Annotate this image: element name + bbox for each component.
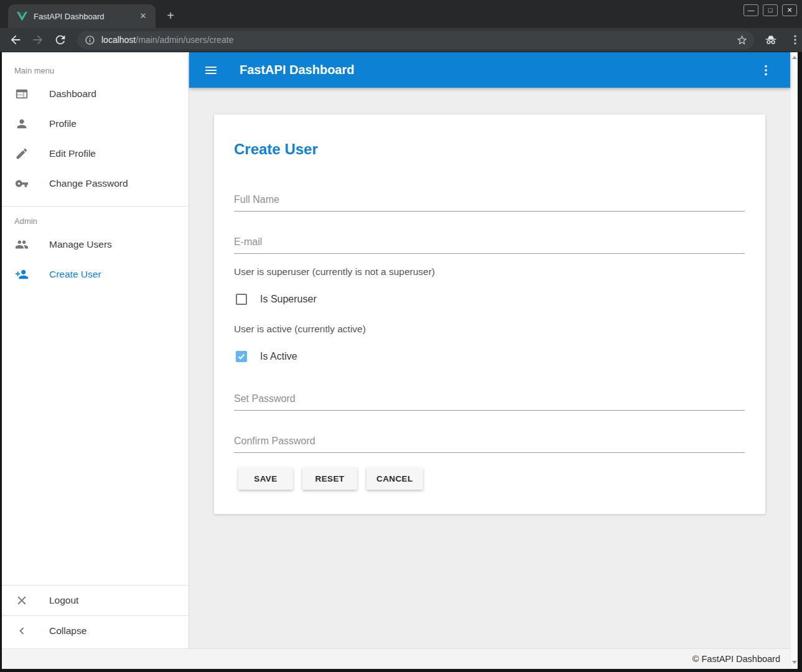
browser-tabstrip: FastAPI Dashboard ✕ + — □ ✕ — [0, 0, 802, 28]
cancel-button[interactable]: CANCEL — [366, 467, 423, 490]
bookmark-star-icon[interactable] — [736, 34, 748, 46]
back-icon[interactable] — [9, 33, 22, 47]
set-password-input[interactable] — [234, 392, 745, 411]
vue-logo-icon — [17, 12, 27, 21]
sidebar-item-label: Profile — [49, 118, 77, 129]
app-menu-dots-icon[interactable] — [759, 63, 773, 77]
sidebar-item-label: Change Password — [49, 178, 128, 189]
info-icon[interactable] — [85, 35, 95, 45]
sidebar-item-manage-users[interactable]: Manage Users — [2, 230, 189, 259]
create-user-card: Create User User is superuser (currently… — [214, 114, 765, 514]
scroll-down-icon[interactable] — [792, 661, 797, 664]
set-password-field-wrap — [234, 392, 745, 411]
reset-button[interactable]: RESET — [302, 467, 357, 490]
tab-title: FastAPI Dashboard — [34, 12, 137, 21]
key-icon — [15, 177, 29, 190]
active-checkbox-row[interactable]: Is Active — [236, 351, 297, 362]
page-scrollbar[interactable] — [790, 52, 798, 669]
app-title: FastAPI Dashboard — [240, 63, 759, 77]
sidebar-item-label: Dashboard — [49, 88, 96, 100]
sidebar-section-header: Main menu — [14, 66, 189, 75]
sidebar-item-label: Logout — [49, 595, 78, 606]
app-bar: FastAPI Dashboard — [189, 52, 790, 88]
chevron-left-icon — [15, 624, 29, 638]
full-name-input[interactable] — [234, 193, 745, 212]
pencil-icon — [15, 147, 29, 161]
close-icon — [15, 594, 29, 607]
confirm-password-input[interactable] — [234, 434, 745, 453]
main-content: Create User User is superuser (currently… — [189, 88, 790, 648]
scroll-up-icon[interactable] — [792, 56, 797, 59]
hamburger-menu-icon[interactable] — [203, 63, 218, 78]
close-button[interactable]: ✕ — [782, 4, 797, 16]
forward-icon — [31, 33, 45, 47]
dashboard-icon — [15, 87, 29, 101]
superuser-checkbox-label: Is Superuser — [260, 294, 317, 305]
person-icon — [15, 117, 29, 131]
sidebar-divider — [2, 206, 189, 207]
sidebar-item-label: Create User — [49, 269, 101, 280]
sidebar-item-label: Collapse — [49, 625, 86, 637]
sidebar-item-logout[interactable]: Logout — [2, 586, 189, 615]
sidebar-item-label: Edit Profile — [49, 148, 96, 159]
sidebar-item-create-user[interactable]: Create User — [2, 259, 189, 289]
tab-close-icon[interactable]: ✕ — [137, 10, 149, 22]
form-buttons: SAVE RESET CANCEL — [238, 467, 423, 490]
email-field-wrap — [234, 235, 745, 254]
sidebar-item-edit-profile[interactable]: Edit Profile — [2, 139, 189, 169]
sidebar-item-change-password[interactable]: Change Password — [2, 169, 189, 198]
confirm-password-field-wrap — [234, 434, 745, 453]
active-checkbox-label: Is Active — [260, 351, 297, 362]
url-path: /main/admin/users/create — [136, 35, 233, 45]
people-icon — [15, 238, 29, 251]
email-input[interactable] — [234, 235, 745, 254]
footer: © FastAPI Dashboard — [2, 648, 790, 669]
new-tab-button[interactable]: + — [162, 8, 179, 24]
superuser-checkbox-row[interactable]: Is Superuser — [236, 294, 317, 305]
save-button[interactable]: SAVE — [238, 467, 293, 490]
sidebar-item-dashboard[interactable]: Dashboard — [2, 79, 189, 109]
toolbar-right — [764, 33, 801, 47]
sidebar-section-header: Admin — [14, 217, 189, 226]
active-checkbox[interactable] — [236, 351, 247, 362]
person-add-icon — [15, 268, 29, 281]
browser-toolbar: localhost/main/admin/users/create — [0, 28, 802, 52]
active-hint: User is active (currently active) — [234, 324, 366, 335]
sidebar: Main menu Dashboard Profile Edit Profile… — [2, 52, 189, 648]
page-title: Create User — [234, 141, 318, 158]
address-bar[interactable]: localhost/main/admin/users/create — [77, 31, 754, 49]
sidebar-item-label: Manage Users — [49, 239, 112, 250]
reload-icon[interactable] — [54, 33, 67, 47]
full-name-field-wrap — [234, 193, 745, 212]
sidebar-bottom: Logout Collapse — [2, 585, 189, 646]
incognito-icon — [764, 33, 778, 47]
sidebar-item-collapse[interactable]: Collapse — [2, 616, 189, 646]
maximize-button[interactable]: □ — [763, 4, 778, 16]
superuser-checkbox[interactable] — [236, 294, 247, 305]
minimize-button[interactable]: — — [744, 4, 758, 16]
page: Main menu Dashboard Profile Edit Profile… — [2, 52, 798, 669]
browser-menu-icon[interactable] — [789, 34, 801, 46]
sidebar-item-profile[interactable]: Profile — [2, 109, 189, 139]
copyright-text: © FastAPI Dashboard — [692, 654, 780, 664]
window-controls: — □ ✕ — [744, 4, 797, 16]
url-host: localhost — [101, 35, 136, 45]
browser-tab[interactable]: FastAPI Dashboard ✕ — [8, 4, 156, 28]
superuser-hint: User is superuser (currently is not a su… — [234, 266, 435, 278]
url-text[interactable]: localhost/main/admin/users/create — [101, 35, 736, 45]
